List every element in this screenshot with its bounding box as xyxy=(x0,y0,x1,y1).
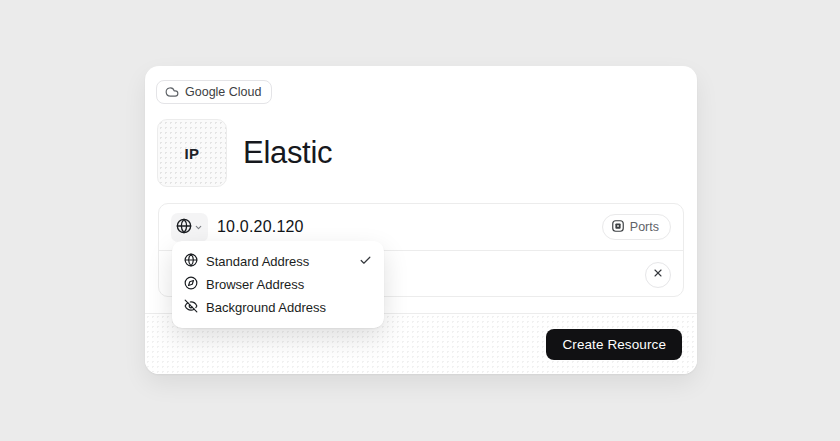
resource-header: IP Elastic xyxy=(157,119,332,187)
ports-button[interactable]: Ports xyxy=(602,214,671,241)
remove-address-button[interactable] xyxy=(645,262,671,288)
provider-chip-label: Google Cloud xyxy=(185,86,261,99)
ip-icon-box: IP xyxy=(157,119,227,187)
resource-card: Google Cloud IP Elastic xyxy=(145,66,697,374)
cloud-icon xyxy=(165,85,179,99)
menu-item-browser-address[interactable]: Browser Address xyxy=(184,273,372,296)
ports-label: Ports xyxy=(630,221,659,234)
provider-chip: Google Cloud xyxy=(156,80,272,104)
create-resource-button[interactable]: Create Resource xyxy=(546,329,682,360)
address-type-trigger[interactable] xyxy=(171,213,208,242)
globe-icon xyxy=(184,253,198,270)
ip-address-input[interactable]: 10.0.20.120 xyxy=(217,218,304,236)
menu-item-label: Background Address xyxy=(206,300,326,315)
check-icon xyxy=(359,254,372,270)
compass-icon xyxy=(184,276,198,293)
page-title: Elastic xyxy=(243,135,332,171)
menu-item-label: Browser Address xyxy=(206,277,304,292)
menu-item-label: Standard Address xyxy=(206,254,309,269)
page-background: { "provider_chip": { "label": "Google Cl… xyxy=(0,0,840,441)
menu-item-background-address[interactable]: Background Address xyxy=(184,296,372,319)
address-type-dropdown: Standard Address Browser Address xyxy=(172,241,384,328)
eye-off-icon xyxy=(184,299,198,316)
port-icon xyxy=(611,219,625,236)
close-icon xyxy=(652,267,664,282)
ip-icon-label: IP xyxy=(185,145,200,162)
menu-item-standard-address[interactable]: Standard Address xyxy=(184,250,372,273)
globe-icon xyxy=(176,218,192,237)
chevron-down-icon xyxy=(194,220,203,235)
